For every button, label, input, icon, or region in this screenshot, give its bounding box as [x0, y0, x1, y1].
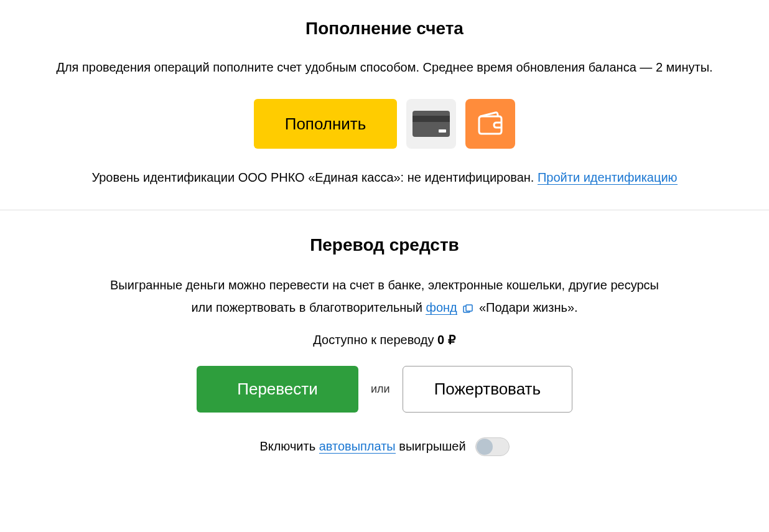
fund-link[interactable]: фонд	[426, 301, 457, 315]
or-label: или	[371, 383, 390, 396]
deposit-description: Для проведения операций пополните счет у…	[12, 57, 757, 77]
svg-rect-0	[412, 111, 450, 137]
card-payment-option[interactable]	[406, 99, 456, 149]
external-link-icon	[463, 297, 473, 320]
transfer-action-row: Перевести или Пожертвовать	[12, 366, 757, 413]
svg-rect-4	[466, 305, 472, 311]
deposit-section: Пополнение счета Для проведения операций…	[0, 0, 769, 203]
transfer-button[interactable]: Перевести	[197, 366, 358, 413]
transfer-desc-line2: или пожертвовать в благотворительный фон…	[12, 296, 757, 320]
wallet-payment-option[interactable]	[465, 99, 515, 149]
identification-prefix: Уровень идентификации ООО РНКО «Единая к…	[91, 170, 538, 184]
credit-card-icon	[412, 111, 450, 137]
autopay-link[interactable]: автовыплаты	[319, 439, 396, 454]
transfer-title: Перевод средств	[12, 235, 757, 255]
identification-status: Уровень идентификации ООО РНКО «Единая к…	[12, 170, 757, 185]
available-amount-text: Доступно к переводу 0 ₽	[12, 332, 757, 347]
section-divider	[0, 210, 769, 210]
donate-button[interactable]: Пожертвовать	[403, 366, 572, 413]
autopay-row: Включить автовыплаты выигрышей	[12, 437, 757, 456]
deposit-button[interactable]: Пополнить	[254, 99, 398, 149]
transfer-desc-line1: Выигранные деньги можно перевести на сче…	[12, 274, 757, 296]
identification-link[interactable]: Пройти идентификацию	[538, 170, 678, 185]
svg-rect-1	[412, 116, 450, 122]
autopay-label: Включить автовыплаты выигрышей	[259, 439, 465, 454]
toggle-knob	[477, 439, 493, 455]
autopay-toggle[interactable]	[475, 437, 510, 456]
deposit-button-row: Пополнить	[12, 99, 757, 149]
available-amount-value: 0 ₽	[437, 333, 456, 347]
transfer-description: Выигранные деньги можно перевести на сче…	[12, 274, 757, 320]
transfer-section: Перевод средств Выигранные деньги можно …	[0, 217, 769, 475]
deposit-title: Пополнение счета	[12, 19, 757, 39]
wallet-icon	[475, 109, 505, 139]
svg-rect-2	[439, 129, 446, 133]
